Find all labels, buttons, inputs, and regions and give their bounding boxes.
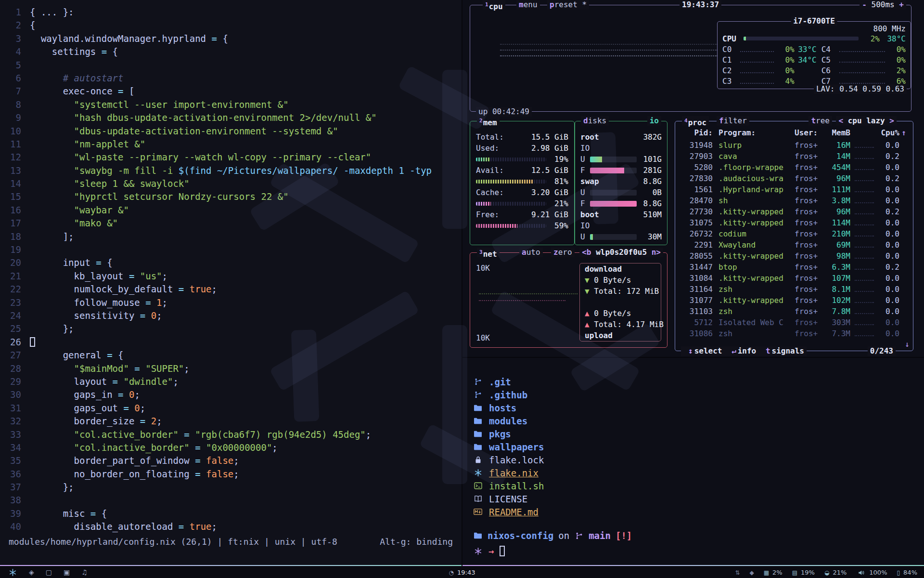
- code-text: # autostart: [30, 72, 123, 85]
- process-row[interactable]: 27730.kitty-wrappedfros+96M0.2: [675, 206, 913, 217]
- bar-clock[interactable]: ◔ 19:43: [449, 566, 475, 578]
- editor-line: 27 general = {: [0, 349, 462, 362]
- line-number: 39: [0, 507, 30, 520]
- cpu-total-meter: [744, 37, 859, 40]
- git-icon: [473, 391, 483, 399]
- cpu-total-temp: 38°C: [884, 34, 906, 43]
- mem-stat-row: Cache:3.20 GiB: [470, 187, 574, 198]
- download-speed: ▼ 0 Byte/s: [580, 275, 661, 286]
- process-row[interactable]: 31086zshfros+7.3M0.0: [675, 328, 913, 339]
- shell-input-line[interactable]: →: [473, 546, 505, 556]
- process-row[interactable]: 5712Isolated Web Cfros+303M0.0: [675, 317, 913, 328]
- memory-box: 2mem Total:15.5 GiBUsed:2.98 GiB19%Avail…: [470, 121, 575, 245]
- sort-selector[interactable]: < cpu lazy >: [836, 116, 897, 126]
- file-item: modules: [473, 414, 544, 427]
- editor-line: 12 "wl-paste --primary --watch wl-copy -…: [0, 151, 462, 164]
- apps-icon[interactable]: ▣: [64, 566, 70, 578]
- update-interval-control[interactable]: - 500ms +: [860, 0, 906, 10]
- disk-row: IO: [575, 143, 667, 154]
- line-number: 23: [0, 296, 30, 309]
- lock-icon: [473, 456, 483, 464]
- scroll-up-indicator[interactable]: ↑: [899, 128, 906, 137]
- process-row[interactable]: 28470shfros+3.8M0.0: [675, 195, 913, 206]
- io-mode-button[interactable]: io: [647, 116, 661, 126]
- notifications-tray-icon[interactable]: ◆: [749, 569, 754, 576]
- line-number: 5: [0, 59, 30, 72]
- clock-icon: ◔: [449, 569, 454, 576]
- process-row[interactable]: 5280.floorp-wrappefros+454M0.0: [675, 162, 913, 173]
- line-number: 8: [0, 98, 30, 111]
- mem-stat-row: Avail:12.5 GiB: [470, 165, 574, 176]
- browser-icon[interactable]: ◈: [29, 566, 34, 578]
- line-number: 22: [0, 283, 30, 296]
- code-text: };: [30, 322, 74, 335]
- editor-cursor: [30, 337, 35, 347]
- file-item: pkgs: [473, 427, 544, 440]
- line-number: 31: [0, 402, 30, 415]
- launcher-icon[interactable]: [8, 568, 17, 577]
- process-row[interactable]: 27830.audacious-wrafros+96M0.2: [675, 173, 913, 184]
- file-name: README.md: [489, 507, 539, 517]
- disk-row: U30M: [575, 231, 667, 242]
- code-text: "hyprctl setcursor Nordzy-cursors 22 &": [30, 190, 289, 203]
- scroll-down-indicator[interactable]: ↓: [905, 340, 910, 349]
- folder-icon: [473, 417, 483, 425]
- editor-buffer: 1{ ... }:2{3 wayland.windowManager.hyprl…: [0, 6, 462, 534]
- bar-module-volume[interactable]: 100%: [856, 569, 887, 576]
- process-row[interactable]: 2291Xwaylandfros+69M0.0: [675, 239, 913, 250]
- bar-module-memory[interactable]: ▤19%: [792, 569, 815, 576]
- file-item: flake.lock: [473, 453, 544, 466]
- menu-button[interactable]: menu: [516, 0, 540, 10]
- terminal-window[interactable]: .git.githubhostsmodulespkgswallpapersfla…: [462, 357, 924, 566]
- editor-line: 11 "nm-applet &": [0, 138, 462, 151]
- music-player-icon[interactable]: ♫: [81, 566, 88, 578]
- process-row[interactable]: 31164zshfros+8.1M0.0: [675, 284, 913, 295]
- process-row[interactable]: 1561.Hyprland-wrapfros+111M0.0: [675, 184, 913, 195]
- process-row[interactable]: 31948slurpfros+16M0.0: [675, 140, 913, 151]
- process-row[interactable]: 31447btopfros+6.3M0.2: [675, 262, 913, 273]
- filter-button[interactable]: filter: [717, 116, 749, 126]
- network-tray-icon[interactable]: ⇅: [735, 569, 740, 576]
- disk-icon: ◒: [824, 569, 829, 576]
- file-manager-icon[interactable]: ▢: [46, 566, 52, 578]
- editor-window[interactable]: 1{ ... }:2{3 wayland.windowManager.hyprl…: [0, 0, 462, 566]
- tree-toggle-button[interactable]: tree: [808, 116, 832, 126]
- line-number: 40: [0, 520, 30, 533]
- terminal-icon: [473, 482, 483, 489]
- process-row[interactable]: 31084.kitty-wrappedfros+107M0.0: [675, 273, 913, 284]
- mem-stat-row: Used:2.98 GiB: [470, 143, 574, 154]
- net-interface-selector[interactable]: <b wlp0s20f0u5 n>: [579, 248, 663, 257]
- file-name: flake.nix: [489, 468, 539, 478]
- disk-row: boot510M: [575, 209, 667, 220]
- line-number: 25: [0, 322, 30, 335]
- code-text: "dbus-update-activation-environment --sy…: [30, 125, 338, 138]
- editor-line: 21 kb_layout = "us";: [0, 270, 462, 283]
- btop-window[interactable]: 1cpu menu preset * 19:43:37 - 500ms + i7…: [462, 0, 924, 357]
- process-row[interactable]: 31075.kitty-wrappedfros+114M0.0: [675, 217, 913, 228]
- file-name: modules: [489, 416, 527, 426]
- file-item: wallpapers: [473, 440, 544, 453]
- net-scale-bottom: 10K: [476, 333, 490, 342]
- cpu-box-title: 1cpu: [483, 0, 505, 10]
- bar-module-cpu[interactable]: ▦2%: [764, 569, 783, 576]
- process-row[interactable]: 31103zshfros+7.8M0.0: [675, 306, 913, 317]
- net-auto-button[interactable]: auto: [519, 248, 543, 257]
- bar-module-battery[interactable]: ▯84%: [897, 569, 917, 576]
- file-name: LICENSE: [489, 494, 527, 504]
- process-row[interactable]: 28055.kitty-wrappedfros+98M0.0: [675, 250, 913, 262]
- line-number: 3: [0, 32, 30, 45]
- cpu-core-c1: C10%34°C: [722, 54, 821, 65]
- process-row[interactable]: 31077.kitty-wrappedfros+102M0.0: [675, 295, 913, 306]
- code-text: {: [30, 19, 35, 32]
- bar-module-disk[interactable]: ◒21%: [824, 569, 847, 576]
- process-row[interactable]: 27903cavafros+14M0.2: [675, 151, 913, 162]
- preset-button[interactable]: preset *: [547, 0, 589, 10]
- editor-line: 6 # autostart: [0, 72, 462, 85]
- file-name: .git: [489, 377, 511, 387]
- process-count: 0/243: [868, 346, 896, 356]
- net-zero-button[interactable]: zero: [551, 248, 575, 257]
- process-row[interactable]: 26732codiumfros+210M0.0: [675, 228, 913, 239]
- mem-stat-row: Free:9.21 GiB: [470, 209, 574, 220]
- line-number: 13: [0, 164, 30, 177]
- volume-icon: [856, 570, 866, 576]
